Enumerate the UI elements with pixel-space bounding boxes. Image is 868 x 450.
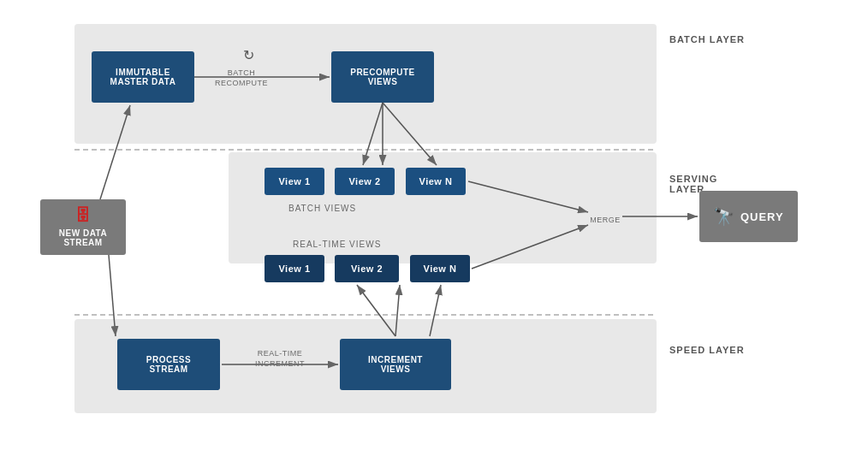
batch-viewN-box: View N	[406, 168, 466, 195]
new-data-stream-box: 🗄 NEW DATA STREAM	[40, 199, 126, 255]
immutable-master-box: IMMUTABLE MASTER DATA	[92, 51, 194, 103]
batch-layer-label: BATCH LAYER	[669, 34, 745, 44]
rt-view2-box: View 2	[335, 255, 399, 282]
process-stream-box: PROCESS STREAM	[117, 339, 220, 390]
batch-views-label: BATCH VIEWS	[288, 204, 356, 213]
speed-layer-label: SPEED LAYER	[669, 345, 745, 355]
query-box: 🔭 QUERY	[699, 191, 798, 242]
increment-views-box: INCREMENT VIEWS	[340, 339, 451, 390]
batch-view2-box: View 2	[335, 168, 395, 195]
rt-viewN-box: View N	[410, 255, 470, 282]
binoculars-icon: 🔭	[713, 206, 735, 227]
diagram-container: BATCH LAYER SERVINGLAYER SPEED LAYER IMM…	[23, 15, 845, 435]
real-time-views-label: REAL-TIME VIEWS	[293, 240, 381, 249]
precompute-views-box: PRECOMPUTE VIEWS	[331, 51, 434, 103]
rt-view1-box: View 1	[265, 255, 324, 282]
db-icon: 🗄	[75, 207, 92, 225]
batch-view1-box: View 1	[265, 168, 324, 195]
